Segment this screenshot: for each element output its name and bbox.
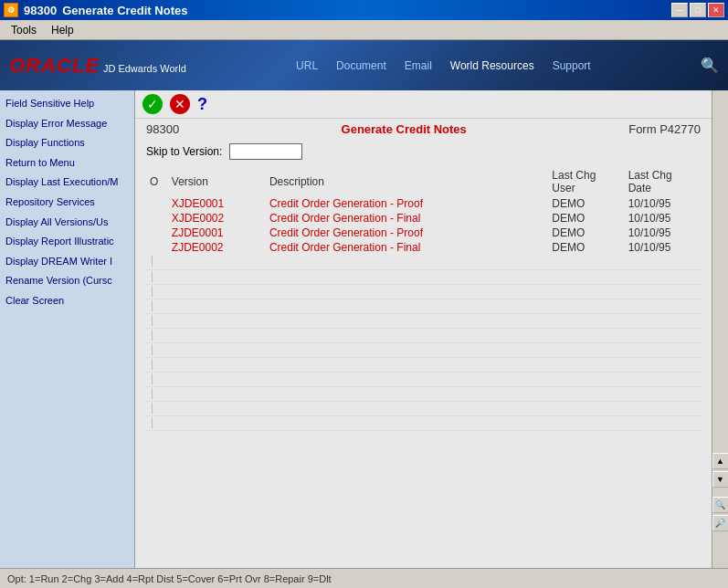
- row-description[interactable]: Credit Order Generation - Proof: [266, 226, 548, 240]
- maximize-button[interactable]: □: [690, 3, 706, 17]
- table-row-empty: │: [146, 328, 701, 342]
- status-text: Opt: 1=Run 2=Chg 3=Add 4=Rpt Dist 5=Cove…: [7, 573, 332, 584]
- cancel-button[interactable]: ✕: [170, 94, 190, 114]
- sidebar-item-field-sensitive-help[interactable]: Field Sensitive Help: [0, 94, 134, 114]
- nav-support[interactable]: Support: [553, 59, 591, 72]
- table-row-empty: │: [146, 255, 701, 269]
- row-description[interactable]: Credit Order Generation - Final: [266, 211, 548, 226]
- search-icon[interactable]: 🔍: [701, 57, 719, 74]
- table-row-empty: │: [146, 284, 701, 299]
- sidebar-item-return-to-menu[interactable]: Return to Menu: [0, 153, 134, 173]
- sidebar-item-clear-screen[interactable]: Clear Screen: [0, 291, 134, 311]
- col-header-o: O: [146, 167, 168, 196]
- table-row-empty: │: [146, 401, 701, 415]
- app-icon: ⚙: [4, 3, 18, 17]
- sidebar-item-display-functions[interactable]: Display Functions: [0, 133, 134, 153]
- row-description[interactable]: Credit Order Generation - Proof: [266, 196, 548, 211]
- sidebar-item-repository-services[interactable]: Repository Services: [0, 193, 134, 213]
- row-version[interactable]: XJDE0002: [168, 211, 266, 226]
- table-area: O Version Description Last Chg User Last…: [135, 163, 712, 568]
- sidebar-item-display-error-message[interactable]: Display Error Message: [0, 114, 134, 134]
- program-number: 98300: [24, 4, 57, 17]
- nav-world-resources[interactable]: World Resources: [450, 59, 534, 72]
- row-user: DEMO: [548, 240, 624, 255]
- row-user: DEMO: [548, 226, 624, 240]
- table-row[interactable]: XJDE0002 Credit Order Generation - Final…: [146, 211, 701, 226]
- row-o: [146, 211, 168, 226]
- skip-version-row: Skip to Version:: [135, 140, 712, 163]
- content-wrapper: ✓ ✕ ? 98300 Generate Credit Notes Form P…: [135, 90, 728, 568]
- nav-email[interactable]: Email: [405, 59, 432, 72]
- row-o: [146, 226, 168, 240]
- oracle-logo: ORACLE JD Edwards World: [9, 54, 186, 78]
- sidebar: Field Sensitive Help Display Error Messa…: [0, 90, 135, 568]
- help-button[interactable]: ?: [197, 95, 207, 114]
- table-row-empty: │: [146, 372, 701, 386]
- scroll-up-button[interactable]: ▲: [712, 453, 729, 469]
- row-version[interactable]: ZJDE0002: [168, 240, 266, 255]
- row-version[interactable]: XJDE0001: [168, 196, 266, 211]
- table-row-empty: │: [146, 415, 701, 430]
- table-row-empty: │: [146, 342, 701, 357]
- form-number: 98300: [146, 122, 179, 136]
- sidebar-item-display-all-versions[interactable]: Display All Versions/Us: [0, 213, 134, 233]
- table-row-empty: │: [146, 386, 701, 401]
- form-title: Generate Credit Notes: [342, 122, 467, 136]
- form-header: 98300 Generate Credit Notes Form P42770: [135, 119, 712, 140]
- content-area: ✓ ✕ ? 98300 Generate Credit Notes Form P…: [135, 90, 712, 568]
- menu-tools[interactable]: Tools: [4, 22, 44, 38]
- versions-table: O Version Description Last Chg User Last…: [146, 167, 701, 431]
- row-date: 10/10/95: [625, 211, 701, 226]
- status-bar: Opt: 1=Run 2=Chg 3=Add 4=Rpt Dist 5=Cove…: [0, 568, 728, 588]
- skip-version-label: Skip to Version:: [146, 145, 222, 158]
- close-button[interactable]: ✕: [708, 3, 724, 17]
- skip-version-input[interactable]: [229, 143, 302, 160]
- window-title: Generate Credit Notes: [62, 4, 187, 17]
- title-bar: ⚙ 98300 Generate Credit Notes ─ □ ✕: [0, 0, 728, 20]
- row-date: 10/10/95: [625, 226, 701, 240]
- form-id: P42770: [659, 122, 701, 136]
- row-o: [146, 196, 168, 211]
- minimize-button[interactable]: ─: [671, 3, 688, 17]
- sidebar-item-display-last-execution[interactable]: Display Last Execution/M: [0, 173, 134, 193]
- col-header-user: Last Chg User: [548, 167, 624, 196]
- oracle-nav: URL Document Email World Resources Suppo…: [296, 59, 591, 72]
- main-area: Field Sensitive Help Display Error Messa…: [0, 90, 728, 568]
- zoom-out-button[interactable]: 🔎: [712, 515, 729, 531]
- row-user: DEMO: [548, 196, 624, 211]
- table-row-empty: │: [146, 357, 701, 372]
- table-row-empty: │: [146, 299, 701, 313]
- nav-url[interactable]: URL: [296, 59, 318, 72]
- row-version[interactable]: ZJDE0001: [168, 226, 266, 240]
- oracle-header: ORACLE JD Edwards World URL Document Ema…: [0, 40, 728, 90]
- table-row[interactable]: XJDE0001 Credit Order Generation - Proof…: [146, 196, 701, 211]
- row-date: 10/10/95: [625, 196, 701, 211]
- ok-button[interactable]: ✓: [142, 94, 163, 114]
- toolbar: ✓ ✕ ?: [135, 90, 712, 119]
- right-panel: ▲ ▼ 🔍 🔎: [712, 90, 728, 568]
- zoom-in-button[interactable]: 🔍: [712, 497, 729, 513]
- nav-document[interactable]: Document: [336, 59, 386, 72]
- col-header-desc: Description: [266, 167, 548, 196]
- row-date: 10/10/95: [625, 240, 701, 255]
- jde-brand: JD Edwards World: [103, 63, 186, 74]
- table-row[interactable]: ZJDE0002 Credit Order Generation - Final…: [146, 240, 701, 255]
- form-label: Form P42770: [628, 122, 701, 136]
- window-controls: ─ □ ✕: [671, 3, 724, 17]
- table-row-empty: │: [146, 313, 701, 328]
- scroll-down-button[interactable]: ▼: [712, 471, 729, 488]
- form-title-text: Generate Credit Notes: [342, 122, 467, 136]
- row-description[interactable]: Credit Order Generation - Final: [266, 240, 548, 255]
- sidebar-item-display-dream-writer[interactable]: Display DREAM Writer I: [0, 252, 134, 272]
- col-header-version: Version: [168, 167, 266, 196]
- sidebar-item-display-report[interactable]: Display Report Illustratic: [0, 232, 134, 252]
- menu-help[interactable]: Help: [44, 22, 81, 38]
- row-o: [146, 240, 168, 255]
- oracle-brand: ORACLE: [9, 54, 100, 78]
- table-row-empty: │: [146, 269, 701, 284]
- sidebar-item-rename-version[interactable]: Rename Version (Cursc: [0, 271, 134, 291]
- row-user: DEMO: [548, 211, 624, 226]
- table-row[interactable]: ZJDE0001 Credit Order Generation - Proof…: [146, 226, 701, 240]
- menu-bar: Tools Help: [0, 20, 728, 40]
- col-header-date: Last Chg Date: [625, 167, 701, 196]
